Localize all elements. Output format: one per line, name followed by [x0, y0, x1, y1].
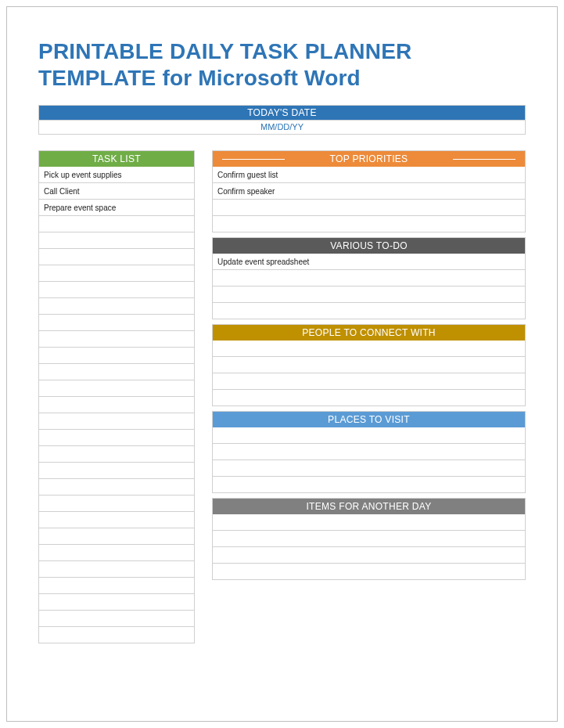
task-list-row[interactable]	[38, 479, 195, 496]
page-title: PRINTABLE DAILY TASK PLANNER TEMPLATE fo…	[38, 38, 526, 91]
task-list-row[interactable]	[38, 265, 195, 282]
various-todo-section: VARIOUS TO-DO Update event spreadsheet	[212, 237, 526, 319]
date-value[interactable]: MM/DD/YY	[38, 121, 526, 135]
various-todo-row[interactable]: Update event spreadsheet	[212, 254, 526, 270]
various-todo-row[interactable]	[212, 287, 526, 303]
task-list-row[interactable]	[38, 232, 195, 249]
task-list-row[interactable]	[38, 249, 195, 265]
task-list-row[interactable]	[38, 561, 195, 578]
right-column: TOP PRIORITIES Confirm guest listConfirm…	[212, 150, 526, 643]
items-another-day-row[interactable]	[212, 514, 526, 531]
task-list-row[interactable]	[38, 611, 195, 627]
places-visit-row[interactable]	[212, 477, 526, 493]
task-list-row[interactable]	[38, 528, 195, 545]
people-connect-row[interactable]	[212, 373, 526, 390]
places-visit-section: PLACES TO VISIT	[212, 411, 526, 493]
top-priorities-row[interactable]: Confirm guest list	[212, 167, 526, 183]
task-list-row[interactable]	[38, 282, 195, 298]
task-list-row[interactable]	[38, 298, 195, 315]
task-list-section: TASK LIST Pick up event suppliesCall Cli…	[38, 150, 195, 643]
places-visit-row[interactable]	[212, 460, 526, 477]
date-header: TODAY'S DATE	[38, 105, 526, 121]
people-connect-row[interactable]	[212, 390, 526, 406]
title-line-2: TEMPLATE for Microsoft Word	[38, 66, 361, 90]
task-list-row[interactable]	[38, 594, 195, 611]
title-line-1: PRINTABLE DAILY TASK PLANNER	[38, 39, 412, 63]
task-list-row[interactable]	[38, 348, 195, 364]
task-list-row[interactable]	[38, 397, 195, 413]
task-list-row[interactable]	[38, 331, 195, 348]
items-another-day-header: ITEMS FOR ANOTHER DAY	[212, 498, 526, 514]
various-todo-row[interactable]	[212, 303, 526, 319]
top-priorities-row[interactable]	[212, 216, 526, 232]
task-list-header: TASK LIST	[38, 150, 195, 167]
task-list-row[interactable]	[38, 463, 195, 479]
top-priorities-header: TOP PRIORITIES	[212, 150, 526, 167]
task-list-row[interactable]	[38, 216, 195, 232]
task-list-row[interactable]	[38, 512, 195, 528]
task-list-row[interactable]	[38, 496, 195, 512]
people-connect-header: PEOPLE TO CONNECT WITH	[212, 324, 526, 341]
task-list-row[interactable]	[38, 380, 195, 397]
date-block: TODAY'S DATE MM/DD/YY	[38, 105, 526, 135]
various-todo-row[interactable]	[212, 270, 526, 287]
various-todo-header: VARIOUS TO-DO	[212, 237, 526, 254]
task-list-row[interactable]: Prepare event space	[38, 200, 195, 216]
top-priorities-section: TOP PRIORITIES Confirm guest listConfirm…	[212, 150, 526, 232]
top-priorities-row[interactable]: Confirm speaker	[212, 183, 526, 200]
task-list-row[interactable]	[38, 315, 195, 331]
people-connect-row[interactable]	[212, 341, 526, 357]
task-list-row[interactable]	[38, 430, 195, 446]
task-list-row[interactable]	[38, 578, 195, 594]
task-list-row[interactable]: Call Client	[38, 183, 195, 200]
task-list-row[interactable]	[38, 446, 195, 463]
people-connect-section: PEOPLE TO CONNECT WITH	[212, 324, 526, 406]
planner-page: PRINTABLE DAILY TASK PLANNER TEMPLATE fo…	[6, 6, 558, 722]
top-priorities-row[interactable]	[212, 200, 526, 216]
items-another-day-row[interactable]	[212, 531, 526, 547]
task-list-row[interactable]	[38, 627, 195, 643]
places-visit-row[interactable]	[212, 427, 526, 444]
task-list-row[interactable]	[38, 545, 195, 561]
places-visit-row[interactable]	[212, 444, 526, 460]
people-connect-row[interactable]	[212, 357, 526, 373]
columns: TASK LIST Pick up event suppliesCall Cli…	[38, 150, 526, 643]
task-list-row[interactable]	[38, 364, 195, 380]
items-another-day-section: ITEMS FOR ANOTHER DAY	[212, 498, 526, 580]
items-another-day-row[interactable]	[212, 564, 526, 580]
places-visit-header: PLACES TO VISIT	[212, 411, 526, 427]
task-list-row[interactable]	[38, 413, 195, 430]
task-list-column: TASK LIST Pick up event suppliesCall Cli…	[38, 150, 195, 643]
task-list-row[interactable]: Pick up event supplies	[38, 167, 195, 183]
items-another-day-row[interactable]	[212, 547, 526, 564]
